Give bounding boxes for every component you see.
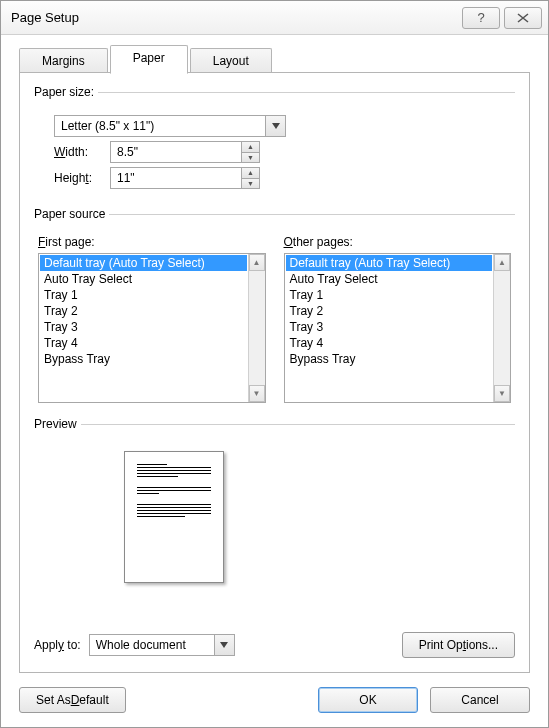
width-spin-down[interactable]: ▼ (242, 152, 259, 163)
list-item[interactable]: Bypass Tray (286, 351, 493, 367)
preview-legend: Preview (34, 417, 81, 431)
client-area: Margins Paper Layout Paper size: Letter … (1, 35, 548, 677)
height-value: 11" (111, 168, 241, 188)
scroll-track[interactable] (494, 271, 510, 385)
close-icon (517, 13, 529, 23)
first-page-column: First page: Default tray (Auto Tray Sele… (38, 235, 266, 403)
height-label: Height: (54, 171, 110, 185)
close-button[interactable] (504, 7, 542, 29)
first-page-listbox[interactable]: Default tray (Auto Tray Select) Auto Tra… (38, 253, 266, 403)
scroll-up-button[interactable]: ▲ (249, 254, 265, 271)
paper-size-dropdown-button[interactable] (265, 116, 285, 136)
width-label: Width: (54, 145, 110, 159)
first-page-items: Default tray (Auto Tray Select) Auto Tra… (39, 254, 248, 402)
width-spin-buttons: ▲ ▼ (241, 142, 259, 162)
list-item[interactable]: Tray 3 (286, 319, 493, 335)
help-button[interactable]: ? (462, 7, 500, 29)
paper-source-legend: Paper source (34, 207, 109, 221)
cancel-button[interactable]: Cancel (430, 687, 530, 713)
first-page-scrollbar[interactable]: ▲ ▼ (248, 254, 265, 402)
height-spin-buttons: ▲ ▼ (241, 168, 259, 188)
height-spin-down[interactable]: ▼ (242, 178, 259, 189)
ok-button[interactable]: OK (318, 687, 418, 713)
page-preview (124, 451, 224, 583)
group-preview: Preview (34, 417, 515, 616)
chevron-down-icon (272, 122, 280, 130)
list-item[interactable]: Tray 1 (40, 287, 247, 303)
scroll-track[interactable] (249, 271, 265, 385)
paper-size-combo[interactable]: Letter (8.5" x 11") (54, 115, 286, 137)
tab-page-paper: Paper size: Letter (8.5" x 11") Width: 8… (19, 73, 530, 673)
list-item[interactable]: Tray 4 (40, 335, 247, 351)
set-as-default-button[interactable]: Set As Default (19, 687, 126, 713)
other-pages-label: Other pages: (284, 235, 512, 249)
paper-size-value: Letter (8.5" x 11") (55, 119, 265, 133)
list-item[interactable]: Auto Tray Select (40, 271, 247, 287)
list-item[interactable]: Tray 2 (286, 303, 493, 319)
list-item[interactable]: Default tray (Auto Tray Select) (40, 255, 247, 271)
page-setup-dialog: Page Setup ? Margins Paper Layout Paper … (0, 0, 549, 728)
height-spinner[interactable]: 11" ▲ ▼ (110, 167, 260, 189)
other-pages-column: Other pages: Default tray (Auto Tray Sel… (284, 235, 512, 403)
list-item[interactable]: Tray 2 (40, 303, 247, 319)
width-spinner[interactable]: 8.5" ▲ ▼ (110, 141, 260, 163)
other-pages-listbox[interactable]: Default tray (Auto Tray Select) Auto Tra… (284, 253, 512, 403)
apply-row: Apply to: Whole document Print Options..… (34, 632, 515, 658)
scroll-up-button[interactable]: ▲ (494, 254, 510, 271)
first-page-label: First page: (38, 235, 266, 249)
paper-size-legend: Paper size: (34, 85, 98, 99)
apply-to-combo[interactable]: Whole document (89, 634, 235, 656)
width-spin-up[interactable]: ▲ (242, 142, 259, 152)
list-item[interactable]: Default tray (Auto Tray Select) (286, 255, 493, 271)
scroll-down-button[interactable]: ▼ (494, 385, 510, 402)
apply-to-dropdown-button[interactable] (214, 635, 234, 655)
apply-to-label: Apply to: (34, 638, 81, 652)
list-item[interactable]: Tray 3 (40, 319, 247, 335)
tabstrip: Margins Paper Layout (19, 45, 530, 73)
tab-layout[interactable]: Layout (190, 48, 272, 73)
dialog-footer: Set As Default OK Cancel (1, 677, 548, 727)
list-item[interactable]: Tray 4 (286, 335, 493, 351)
list-item[interactable]: Bypass Tray (40, 351, 247, 367)
group-paper-source: Paper source First page: Default tray (A… (34, 207, 515, 407)
other-pages-scrollbar[interactable]: ▲ ▼ (493, 254, 510, 402)
other-pages-items: Default tray (Auto Tray Select) Auto Tra… (285, 254, 494, 402)
tab-paper[interactable]: Paper (110, 45, 188, 74)
width-value: 8.5" (111, 142, 241, 162)
apply-to-value: Whole document (90, 638, 214, 652)
titlebar: Page Setup ? (1, 1, 548, 35)
height-spin-up[interactable]: ▲ (242, 168, 259, 178)
chevron-down-icon (220, 641, 228, 649)
print-options-button[interactable]: Print Options... (402, 632, 515, 658)
window-title: Page Setup (11, 10, 458, 25)
list-item[interactable]: Tray 1 (286, 287, 493, 303)
list-item[interactable]: Auto Tray Select (286, 271, 493, 287)
group-paper-size: Paper size: Letter (8.5" x 11") Width: 8… (34, 85, 515, 197)
scroll-down-button[interactable]: ▼ (249, 385, 265, 402)
tab-margins[interactable]: Margins (19, 48, 108, 73)
